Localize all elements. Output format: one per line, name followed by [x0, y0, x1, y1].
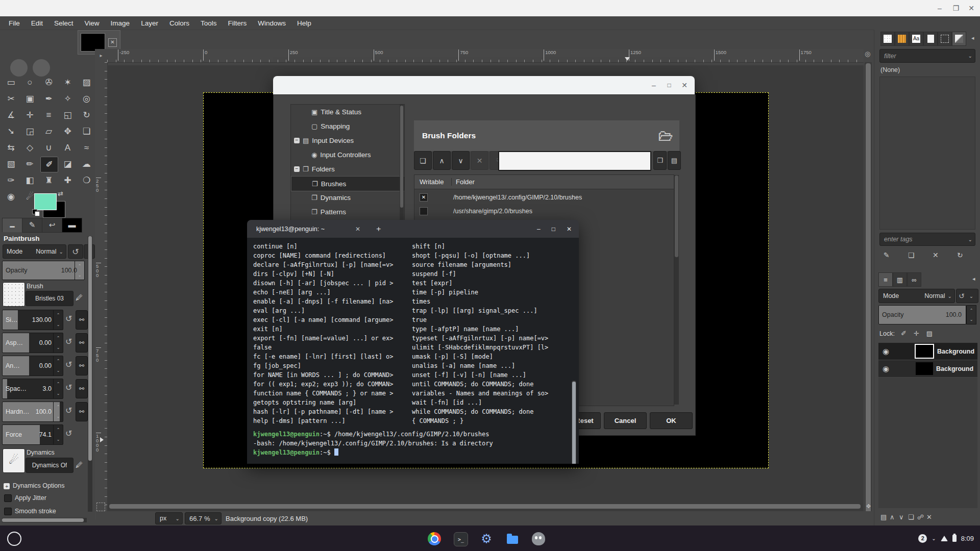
apply-jitter-checkbox[interactable] — [4, 494, 12, 502]
tool-align[interactable]: ≡ — [40, 108, 57, 122]
terminal-app-icon[interactable]: >_ — [454, 532, 468, 546]
table-row[interactable]: ✕/home/kjwengel13/.config/GIMP/2.10/brus… — [414, 191, 674, 204]
tool-scale[interactable]: ◲ — [21, 124, 38, 139]
tool-perspective-clone[interactable]: ❍ — [78, 173, 95, 188]
tree-item-input-controllers[interactable]: ◉Input Controllers — [291, 147, 404, 162]
tab-image-thumbnail[interactable]: ▬ — [62, 218, 82, 233]
window-minimize-button[interactable]: – — [936, 4, 944, 12]
slider-spinner[interactable]: ⌃⌄ — [53, 425, 63, 444]
tab-layers[interactable]: ≡ — [878, 272, 893, 287]
layer-row[interactable]: ◉Background — [878, 343, 977, 360]
navigation-icon[interactable]: ✥ — [865, 503, 872, 510]
raise-folder-button[interactable]: ∧ — [433, 151, 451, 170]
tool-scissors-select[interactable]: ✂ — [3, 91, 19, 106]
slider-spinner[interactable]: ⌃⌄ — [53, 333, 63, 353]
tool-perspective[interactable]: ❏ — [78, 124, 95, 139]
slider-reset-icon[interactable]: ↺ — [65, 383, 72, 392]
table-row[interactable]: /usr/share/gimp/2.0/brushes — [414, 205, 674, 217]
tab-buffers[interactable] — [938, 32, 952, 46]
tags-combo[interactable]: enter tags ⌄ — [879, 233, 975, 246]
menu-colors[interactable]: Colors — [164, 19, 195, 27]
brush-thumbnail[interactable] — [3, 282, 25, 307]
tool-ink[interactable]: ✑ — [3, 173, 19, 188]
slider-reset-icon[interactable]: ↺ — [65, 314, 72, 323]
slider-spinner[interactable]: ⌃⌄ — [53, 402, 63, 421]
canvas-vscrollbar[interactable] — [865, 62, 872, 519]
terminal-maximize-button[interactable]: □ — [552, 226, 555, 233]
tool-paths[interactable]: ✒ — [40, 91, 57, 106]
terminal-tab-close-icon[interactable]: ✕ — [355, 226, 360, 233]
quick-mask-toggle[interactable] — [96, 503, 105, 511]
tree-item-brushes[interactable]: ❐Brushes — [291, 176, 405, 191]
tool-heal[interactable]: ✚ — [59, 173, 76, 188]
layers-button-0[interactable]: ▤ — [880, 513, 887, 521]
expander-icon[interactable]: − — [294, 166, 300, 172]
visibility-eye-icon[interactable]: ◉ — [883, 364, 889, 373]
ruler-zoom-icon[interactable]: ◎ — [865, 50, 874, 61]
lock-pixels-icon[interactable]: ✐ — [901, 330, 906, 337]
tool-fuzzy-select[interactable]: ✶ — [59, 75, 76, 90]
layer-list-empty[interactable] — [878, 378, 977, 508]
tab-brushes[interactable] — [880, 32, 895, 46]
layer-opacity-slider[interactable]: Opacity 100.0 — [878, 305, 966, 324]
tool-pencil[interactable]: ✏ — [21, 157, 38, 171]
preferences-titlebar[interactable]: – □ ✕ — [273, 76, 695, 94]
default-colors-icon[interactable] — [32, 209, 39, 215]
tool-options-hscrollbar[interactable] — [2, 518, 87, 522]
tool-gradient[interactable]: ▧ — [3, 157, 19, 171]
gimp-app-icon[interactable] — [532, 532, 545, 545]
brush-list-area[interactable] — [879, 77, 975, 230]
expander-icon[interactable]: − — [294, 138, 300, 143]
folder-path-entry[interactable] — [498, 151, 651, 171]
tool-blur-sharpen[interactable]: ◉ — [3, 189, 19, 204]
tool-color-picker[interactable]: ✧ — [59, 91, 76, 106]
tool-paintbrush[interactable]: ✐ — [40, 157, 58, 172]
edit-brush-icon[interactable]: 🖉 — [76, 293, 83, 302]
foreground-color-swatch[interactable] — [34, 193, 57, 210]
slider-reset-icon[interactable]: ↺ — [65, 337, 72, 346]
edit-dynamics-icon[interactable]: 🖉 — [76, 461, 83, 469]
refresh-brushes-icon[interactable]: ↻ — [957, 251, 963, 259]
menu-help[interactable]: Help — [291, 19, 317, 27]
slider-link-button[interactable]: ⚯ — [76, 310, 88, 330]
tool-crop[interactable]: ◱ — [59, 108, 76, 122]
layers-button-5[interactable]: ✕ — [926, 513, 932, 521]
canvas-hscrollbar[interactable] — [108, 503, 863, 510]
cancel-button[interactable]: Cancel — [604, 412, 647, 429]
slider-reset-icon[interactable]: ↺ — [65, 406, 72, 415]
layer-mode-combo[interactable]: Mode Normal ⌄ — [878, 289, 955, 303]
terminal-close-button[interactable]: ✕ — [567, 226, 572, 233]
tree-item-input-devices[interactable]: −▤Input Devices — [291, 133, 404, 147]
menu-tools[interactable]: Tools — [195, 19, 223, 27]
lock-position-icon[interactable]: ✛ — [914, 330, 919, 337]
slider-spac[interactable]: Spac…3.0⌃⌄ — [2, 379, 63, 399]
menu-file[interactable]: File — [3, 19, 26, 27]
collapse-dock-icon[interactable]: ◂ — [972, 276, 975, 282]
chevron-down-icon[interactable]: ⌄ — [932, 536, 936, 541]
dynamics-options-expander-icon[interactable]: ＋ — [4, 483, 10, 489]
files-icon[interactable] — [506, 532, 519, 545]
window-close-button[interactable]: ✕ — [967, 4, 975, 12]
edit-brush-icon[interactable]: ✎ — [884, 251, 890, 259]
slider-link-button[interactable]: ⚯ — [76, 356, 88, 375]
slider-asp[interactable]: Asp…0.00⌃⌄ — [2, 333, 63, 353]
tool-rectangle-select[interactable]: ▭ — [3, 75, 19, 90]
smooth-stroke-checkbox[interactable] — [4, 508, 12, 515]
slider-link-button[interactable]: ⚯ — [76, 402, 88, 421]
layer-opacity-spinner[interactable]: ⌃⌄ — [966, 305, 976, 324]
slider-force[interactable]: Force74.1⌃⌄ — [2, 424, 63, 445]
tree-item-patterns[interactable]: ❐Patterns — [291, 205, 404, 219]
tool-text[interactable]: A — [59, 140, 76, 155]
layers-button-1[interactable]: ∧ — [890, 513, 895, 521]
window-maximize-button[interactable]: ❐ — [952, 4, 960, 12]
tool-zoom[interactable]: ◎ — [78, 91, 95, 106]
dialog-close-button[interactable]: ✕ — [680, 81, 689, 89]
slider-spinner[interactable]: ⌃⌄ — [53, 310, 63, 330]
layers-button-3[interactable]: ❏ — [908, 513, 914, 521]
tool-select-by-color[interactable]: ▨ — [78, 75, 95, 90]
slider-an[interactable]: An…0.00⌃⌄ — [2, 356, 63, 376]
tab-patterns[interactable] — [895, 32, 909, 46]
terminal-minimize-button[interactable]: – — [537, 226, 541, 233]
tool-flip[interactable]: ⇆ — [3, 140, 19, 155]
duplicate-brush-icon[interactable]: ❏ — [908, 251, 915, 259]
